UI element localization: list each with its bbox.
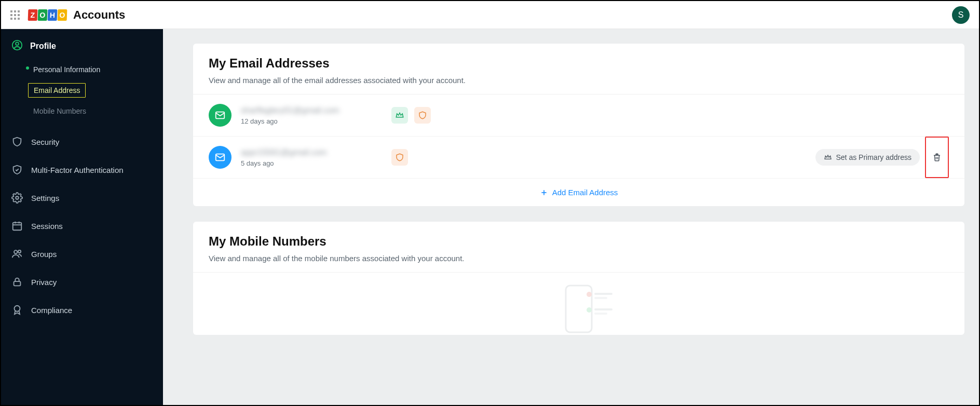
svg-rect-22 — [594, 308, 612, 310]
email-row-primary[interactable]: sharfleglery01@gmail.com 12 days ago — [193, 94, 964, 137]
email-row-secondary[interactable]: appr15561@gmail.com 5 days ago Set as Pr… — [193, 137, 964, 179]
shield-check-icon — [11, 164, 23, 175]
mail-icon — [209, 104, 232, 127]
top-bar: Z O H O Accounts S — [1, 1, 979, 29]
primary-crown-icon — [391, 107, 408, 124]
delete-email-button[interactable] — [925, 137, 949, 178]
svg-point-10 — [15, 306, 20, 312]
sidebar-item-sessions[interactable]: Sessions — [1, 212, 163, 240]
logo-letter: O — [38, 9, 48, 21]
profile-icon — [11, 39, 23, 53]
card-title: My Mobile Numbers — [209, 234, 949, 249]
sidebar-item-privacy[interactable]: Privacy — [1, 268, 163, 296]
sidebar: Profile Personal Information Email Addre… — [1, 29, 163, 405]
app-title: Accounts — [73, 8, 125, 22]
sidebar-item-compliance[interactable]: Compliance — [1, 296, 163, 324]
zoho-logo[interactable]: Z O H O Accounts — [28, 8, 125, 22]
sidebar-item-label: Sessions — [31, 222, 63, 231]
svg-rect-19 — [594, 293, 612, 295]
svg-point-21 — [587, 307, 592, 313]
add-email-button[interactable]: Add Email Address — [193, 179, 964, 206]
email-address-text: appr15561@gmail.com — [241, 148, 371, 157]
sidebar-item-groups[interactable]: Groups — [1, 240, 163, 268]
sidebar-item-label: Security — [31, 138, 59, 146]
svg-point-1 — [16, 42, 19, 45]
sidebar-sub-label[interactable]: Personal Information — [33, 62, 163, 77]
svg-rect-23 — [594, 313, 607, 315]
card-title: My Email Addresses — [209, 56, 949, 71]
svg-point-7 — [14, 250, 17, 253]
sidebar-item-profile[interactable]: Profile — [1, 34, 163, 60]
sidebar-item-label: Privacy — [31, 278, 57, 287]
sidebar-item-security[interactable]: Security — [1, 128, 163, 156]
trash-icon — [932, 153, 942, 162]
sidebar-subitem-mobile-numbers[interactable]: Mobile Numbers — [1, 102, 163, 123]
svg-rect-9 — [14, 281, 21, 286]
add-email-label: Add Email Address — [552, 188, 618, 197]
email-time-text: 12 days ago — [241, 117, 371, 125]
svg-rect-20 — [594, 297, 607, 299]
sidebar-sub-label[interactable]: Email Address — [28, 83, 86, 98]
sidebar-item-label: Compliance — [31, 306, 72, 315]
set-primary-button[interactable]: Set as Primary address — [815, 149, 920, 166]
sidebar-item-label: Multi-Factor Authentication — [31, 166, 124, 174]
svg-point-8 — [18, 250, 21, 253]
calendar-icon — [11, 220, 23, 232]
card-subtitle: View and manage all of the email address… — [209, 76, 949, 85]
email-time-text: 5 days ago — [241, 159, 371, 167]
shield-icon — [11, 136, 23, 147]
verified-shield-icon — [414, 107, 431, 124]
sidebar-sub-label[interactable]: Mobile Numbers — [33, 104, 163, 118]
sidebar-item-settings[interactable]: Settings — [1, 184, 163, 212]
sidebar-item-mfa[interactable]: Multi-Factor Authentication — [1, 156, 163, 184]
main-content: My Email Addresses View and manage all o… — [163, 29, 979, 405]
crown-icon — [824, 153, 832, 161]
logo-letter: O — [58, 9, 67, 21]
svg-point-18 — [587, 292, 592, 297]
empty-state-illustration — [193, 273, 964, 335]
sidebar-item-label: Settings — [31, 194, 59, 202]
svg-point-2 — [16, 196, 19, 199]
sidebar-item-label: Groups — [31, 250, 57, 259]
email-address-text: sharfleglery01@gmail.com — [241, 106, 371, 115]
email-addresses-card: My Email Addresses View and manage all o… — [193, 44, 964, 206]
plus-icon — [540, 188, 548, 197]
svg-rect-3 — [13, 223, 22, 231]
card-subtitle: View and manage all of the mobile number… — [209, 254, 949, 263]
mail-icon — [209, 146, 232, 169]
award-icon — [11, 304, 23, 316]
set-primary-label: Set as Primary address — [836, 153, 912, 161]
mobile-numbers-card: My Mobile Numbers View and manage all of… — [193, 222, 964, 335]
sidebar-item-label: Profile — [30, 42, 56, 51]
user-avatar[interactable]: S — [952, 6, 970, 24]
sidebar-subitem-email-address[interactable]: Email Address — [1, 81, 163, 102]
sidebar-subitem-personal-info[interactable]: Personal Information — [1, 60, 163, 81]
logo-letter: H — [48, 9, 58, 21]
gear-icon — [11, 192, 23, 204]
logo-letter: Z — [28, 9, 38, 21]
verified-shield-icon — [391, 149, 408, 166]
users-icon — [11, 248, 23, 260]
active-dot-icon — [26, 66, 29, 70]
app-switcher-icon[interactable] — [10, 10, 20, 20]
lock-icon — [11, 276, 23, 288]
